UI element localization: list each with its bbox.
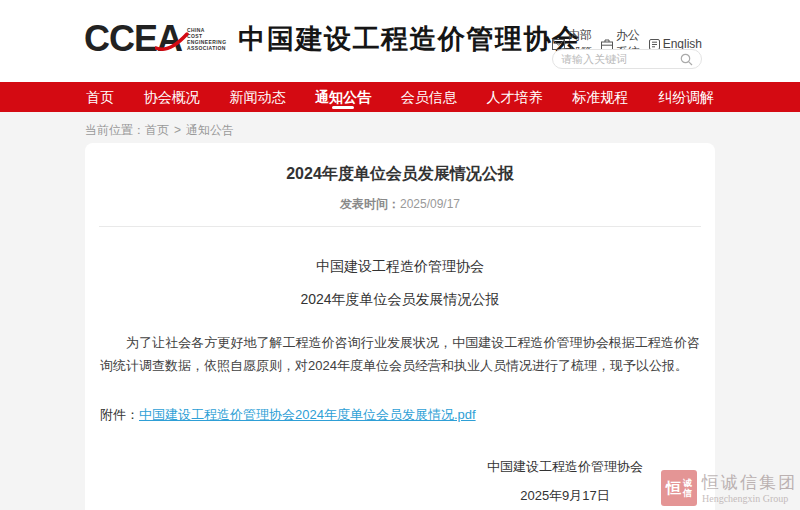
article-signature: 中国建设工程造价管理协会 2025年9月17日 bbox=[487, 458, 643, 505]
search-icon[interactable] bbox=[680, 53, 693, 66]
book-icon bbox=[649, 39, 660, 50]
nav-item-standards[interactable]: 标准规程 bbox=[572, 82, 628, 112]
article-title: 2024年度单位会员发展情况公报 bbox=[85, 164, 715, 185]
main-nav: 首页 协会概况 新闻动态 通知公告 会员信息 人才培养 标准规程 纠纷调解 bbox=[0, 82, 800, 112]
attachment-pdf-link[interactable]: 中国建设工程造价管理协会2024年度单位会员发展情况.pdf bbox=[139, 407, 476, 422]
breadcrumb-prefix: 当前位置： bbox=[85, 123, 145, 137]
article-heading-line1: 中国建设工程造价管理协会 bbox=[85, 258, 715, 276]
title-divider bbox=[99, 226, 701, 227]
breadcrumb: 当前位置：首页>通知公告 bbox=[85, 122, 234, 139]
nav-item-news[interactable]: 新闻动态 bbox=[229, 82, 285, 112]
nav-item-training[interactable]: 人才培养 bbox=[487, 82, 543, 112]
logo-subtitle-line: ASSOCIATION bbox=[187, 45, 226, 51]
watermark-logo-char: 恒 bbox=[666, 479, 681, 498]
watermark-name-en: Hengchengxin Group bbox=[702, 493, 797, 504]
signature-date: 2025年9月17日 bbox=[487, 487, 643, 505]
publish-time-value: 2025/09/17 bbox=[400, 197, 460, 211]
watermark-name-cn: 恒诚信集团 bbox=[702, 473, 797, 493]
watermark: 恒 诚 信 恒诚信集团 Hengchengxin Group bbox=[661, 470, 797, 506]
nav-item-about[interactable]: 协会概况 bbox=[144, 82, 200, 112]
search-box bbox=[552, 49, 702, 69]
breadcrumb-home-link[interactable]: 首页 bbox=[145, 123, 169, 137]
article-heading-line2: 2024年度单位会员发展情况公报 bbox=[85, 291, 715, 309]
site-header: CCEA CHINA COST ENGINEERING ASSOCIATION … bbox=[0, 0, 800, 82]
watermark-logo-char: 信 bbox=[683, 488, 692, 498]
watermark-logo-icon: 恒 诚 信 bbox=[661, 470, 697, 506]
mail-icon bbox=[552, 39, 565, 50]
search-input[interactable] bbox=[561, 53, 680, 65]
article-card: 2024年度单位会员发展情况公报 发表时间：2025/09/17 中国建设工程造… bbox=[85, 143, 715, 510]
publish-time-label: 发表时间： bbox=[340, 197, 400, 211]
nav-item-members[interactable]: 会员信息 bbox=[401, 82, 457, 112]
watermark-logo-char: 诚 bbox=[683, 478, 692, 488]
nav-item-notices[interactable]: 通知公告 bbox=[315, 82, 371, 112]
site-logo[interactable]: CCEA CHINA COST ENGINEERING ASSOCIATION … bbox=[84, 17, 580, 61]
signature-org: 中国建设工程造价管理协会 bbox=[487, 458, 643, 476]
nav-item-home[interactable]: 首页 bbox=[86, 82, 114, 112]
logo-acronym: CCEA bbox=[84, 17, 182, 61]
watermark-text: 恒诚信集团 Hengchengxin Group bbox=[702, 473, 797, 504]
attachment-label: 附件： bbox=[100, 407, 139, 422]
attachment-row: 附件：中国建设工程造价管理协会2024年度单位会员发展情况.pdf bbox=[100, 406, 700, 424]
briefcase-icon bbox=[601, 39, 613, 50]
article-paragraph: 为了让社会各方更好地了解工程造价咨询行业发展状况，中国建设工程造价管理协会根据工… bbox=[100, 331, 700, 377]
org-name: 中国建设工程造价管理协会 bbox=[238, 21, 580, 57]
nav-item-mediation[interactable]: 纠纷调解 bbox=[658, 82, 714, 112]
logo-swoosh-icon bbox=[155, 32, 189, 54]
breadcrumb-current: 通知公告 bbox=[186, 123, 234, 137]
article-publish-time: 发表时间：2025/09/17 bbox=[85, 196, 715, 213]
breadcrumb-separator: > bbox=[174, 123, 181, 137]
logo-subtitle: CHINA COST ENGINEERING ASSOCIATION bbox=[187, 27, 226, 51]
